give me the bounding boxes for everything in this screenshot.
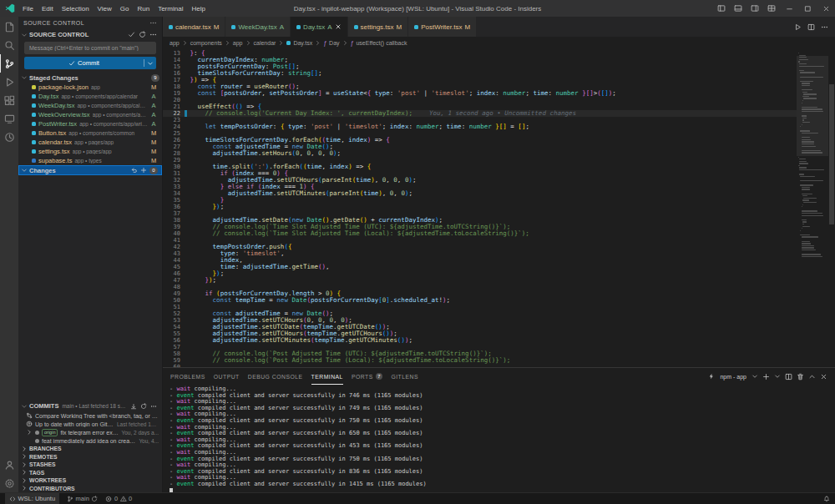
activity-accounts[interactable] (0, 456, 18, 474)
scm-file-row[interactable]: settings.tsxapp • pages/appM (18, 147, 162, 156)
code-line[interactable]: 16 timeSlotsForCurrentDay: string[]; (163, 70, 797, 77)
code-line[interactable]: 46 }); (163, 270, 797, 277)
breadcrumb-item[interactable]: useEffect() callback (356, 40, 407, 46)
toggle-panel-icon[interactable] (734, 4, 742, 13)
commits-tree-row[interactable]: Up to date with origin on GitHubLast fet… (18, 420, 162, 428)
notifications-bell[interactable] (823, 496, 830, 502)
sidebar-section-branches[interactable]: BRANCHES (18, 445, 162, 453)
panel-tab-terminal[interactable]: TERMINAL (311, 368, 343, 385)
more-actions-icon[interactable] (150, 403, 157, 410)
remote-indicator[interactable]: WSL: Ubuntu (5, 493, 59, 504)
fetch-icon[interactable] (130, 403, 137, 410)
scm-file-row[interactable]: Day.tsxapp • components/app/calendarA (18, 92, 162, 101)
terminal-output[interactable]: - wait compiling...- event compiled clie… (163, 385, 835, 492)
code-lines[interactable]: 13}: {14 currentDayIndex: number;15 post… (163, 49, 797, 367)
source-control-section-header[interactable]: SOUR​CE CONTROL (18, 29, 162, 40)
breadcrumb-item[interactable]: app (233, 40, 243, 46)
code-line[interactable]: 34 adjustedTime.setUTCMinutes(parseInt(t… (163, 190, 797, 197)
changes-header[interactable]: Changes 0 (18, 165, 162, 175)
sidebar-section-stashes[interactable]: STASHES (18, 461, 162, 469)
code-line[interactable]: 59 // console.log(`Post Adjusted Time (L… (163, 357, 797, 364)
menu-view[interactable]: View (94, 0, 116, 17)
menu-go[interactable]: Go (116, 0, 134, 17)
activity-search[interactable] (0, 36, 18, 54)
sidebar-section-worktrees[interactable]: WORKTREES (18, 476, 162, 485)
toggle-secondary-sidebar-icon[interactable] (751, 4, 759, 13)
scm-file-row[interactable]: Button.tsxapp • components/commonM (18, 129, 162, 138)
scm-file-row[interactable]: WeekDay.tsxapp • components/app/calendar… (18, 101, 162, 110)
commit-button[interactable]: Commit (24, 57, 156, 69)
breadcrumb-item[interactable]: Day.tsx (293, 40, 312, 46)
new-terminal-icon[interactable] (762, 373, 770, 381)
scm-file-row[interactable]: package-lock.jsonappM (18, 83, 162, 92)
commits-tree-row[interactable]: Compare Working Tree with <branch, tag, … (18, 411, 162, 420)
shell-picker-chevron-icon[interactable] (752, 373, 758, 380)
tab-Day.tsx[interactable]: Day.tsxA (291, 17, 347, 37)
maximize-panel-icon[interactable] (808, 373, 816, 381)
split-editor-icon[interactable] (807, 23, 815, 31)
problems-indicator[interactable]: 0 0 (105, 495, 132, 502)
staged-changes-header[interactable]: Staged Changes 9 (18, 73, 162, 83)
more-actions-icon[interactable] (821, 23, 828, 31)
breadcrumb-item[interactable]: Day (329, 40, 339, 46)
minimize-button[interactable] (780, 0, 798, 17)
scm-file-row[interactable]: WeekOverview.tsxapp • components/app/cal… (18, 110, 162, 119)
code-editor[interactable]: 13}: {14 currentDayIndex: number;15 post… (163, 49, 835, 367)
panel-tab-problems[interactable]: PROBLEMS (170, 368, 205, 385)
commits-section-header[interactable]: COMMITS main • Last fetched 18 seconds a… (18, 401, 162, 411)
activity-remote-explorer[interactable] (0, 109, 18, 128)
tab-calendar.tsx[interactable]: calendar.tsxM (163, 17, 225, 37)
code-line[interactable]: 45 time: adjustedTime.getTime(), (163, 264, 797, 270)
commit-check-icon[interactable] (128, 31, 135, 38)
code-line[interactable]: 47 }); (163, 277, 797, 284)
menu-selection[interactable]: Selection (58, 0, 94, 17)
refresh-icon[interactable] (139, 31, 146, 38)
toggle-sidebar-icon[interactable] (717, 4, 726, 13)
code-line[interactable]: 56 adjustedTime.setUTCMinutes(tempTime.g… (163, 337, 797, 344)
code-line[interactable]: 22 // console.log('Current Day Index: ',… (163, 110, 797, 117)
activity-source-control[interactable] (0, 54, 18, 73)
panel-tab-debug-console[interactable]: DEBUG CONSOLE (248, 368, 303, 385)
tab-settings.tsx[interactable]: settings.tsxM (348, 17, 409, 37)
maximize-button[interactable] (798, 0, 817, 17)
activity-extensions[interactable] (0, 91, 18, 109)
breadcrumb-item[interactable]: components (190, 40, 222, 46)
sidebar-section-tags[interactable]: TAGS (18, 469, 162, 477)
scm-file-row[interactable]: calendar.tsxapp • pages/appM (18, 138, 162, 147)
breadcrumb-item[interactable]: calendar (254, 40, 276, 46)
panel-tab-ports[interactable]: PORTS7 (352, 368, 383, 385)
editor-scrollbar[interactable] (828, 49, 835, 367)
menu-terminal[interactable]: Terminal (154, 0, 187, 17)
scm-file-row[interactable]: supabase.tsapp • typesM (18, 156, 162, 165)
commit-row[interactable]: feat immediately add idea on creation, b… (18, 436, 162, 445)
breadcrumb-item[interactable]: app (170, 40, 180, 46)
menu-run[interactable]: Run (133, 0, 154, 17)
menu-help[interactable]: Help (187, 0, 209, 17)
code-line[interactable]: 19 const [postsOrder, setPostsOrder] = u… (163, 90, 797, 97)
customize-layout-icon[interactable] (767, 4, 776, 13)
scm-file-row[interactable]: PostWriter.tsxapp • components/app/writi… (18, 119, 162, 129)
menu-file[interactable]: File (18, 0, 38, 17)
more-actions-icon[interactable] (149, 31, 157, 38)
more-actions-icon[interactable] (149, 19, 157, 27)
commit-dropdown-button[interactable] (144, 60, 156, 67)
code-line[interactable]: 35 } (163, 197, 797, 204)
commit-message-input[interactable] (24, 42, 156, 54)
close-window-button[interactable] (817, 0, 835, 17)
code-line[interactable]: 60 (163, 364, 797, 367)
panel-tab-output[interactable]: OUTPUT (214, 368, 240, 385)
panel-tab-gitlens[interactable]: GITLENS (391, 368, 418, 385)
kill-terminal-icon[interactable] (797, 373, 804, 381)
tab-PostWriter.tsx[interactable]: PostWriter.tsxM (408, 17, 477, 37)
refresh-icon[interactable] (140, 403, 147, 410)
split-terminal-icon[interactable] (785, 373, 792, 381)
activity-explorer[interactable] (0, 18, 18, 36)
commit-row[interactable]: originfix telegram error explanationYou,… (18, 428, 162, 436)
minimap[interactable] (797, 49, 828, 367)
commit-button-main[interactable]: Commit (24, 59, 144, 67)
close-tab-icon[interactable] (335, 23, 342, 30)
menu-edit[interactable]: Edit (38, 0, 58, 17)
sidebar-section-remotes[interactable]: REMOTES (18, 453, 162, 461)
close-panel-icon[interactable] (820, 373, 827, 381)
editor-scrollbar-thumb[interactable] (829, 84, 834, 224)
